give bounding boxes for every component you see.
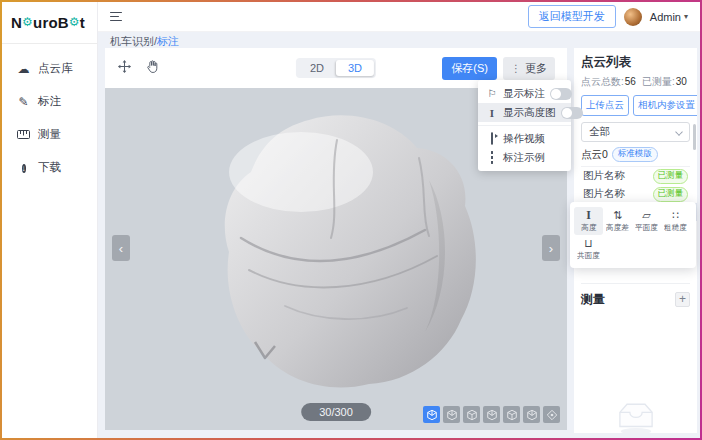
panel-scrollbar[interactable] [693,124,696,150]
tool-label: 高度差 [606,221,629,232]
total-label: 点云总数: [581,76,624,87]
video-icon [486,133,498,144]
more-button-label: 更多 [525,61,547,76]
filter-value: 全部 [589,125,610,139]
tool-roughness[interactable]: ∷ 粗糙度 [661,207,690,235]
avatar[interactable] [624,8,642,26]
view-mode-switch: 2D 3D [296,58,376,78]
menu-divider [478,125,571,126]
ruler-icon [17,129,30,141]
breadcrumb-parent[interactable]: 机车识别 [110,35,154,47]
tool-height-diff[interactable]: ⇅ 高度差 [603,207,632,235]
view-back-button[interactable] [463,406,480,423]
panel-title: 点云列表 [581,54,690,71]
tool-coplanarity[interactable]: ⊔ 共面度 [574,235,603,263]
main-area: 返回模型开发 Admin ▾ 机车识别/标注 [98,2,700,438]
image-list-item[interactable]: 图片名称 已测量 [581,185,690,203]
hand-tool-icon[interactable] [145,59,159,78]
view-top-button[interactable] [523,406,540,423]
tool-label: 平面度 [635,221,658,232]
flag-icon: ⚐ [486,88,498,99]
chevron-down-icon [675,128,683,136]
flatness-icon: ▱ [642,209,650,221]
more-button[interactable]: ⋮ 更多 [503,57,555,80]
total-value: 56 [625,76,636,87]
user-menu[interactable]: Admin ▾ [650,11,688,23]
status-badge: 已测量 [653,187,689,202]
download-icon: ↓ [17,161,30,174]
sidebar-item-annotate[interactable]: ✎ 标注 [2,85,97,118]
sidebar-nav: ☁ 点云库 ✎ 标注 测量 ↓ 下载 [2,44,97,184]
menu-item-label: 标注示例 [503,151,545,165]
sidebar-item-label: 下载 [38,160,61,175]
measure-title: 测量 [581,291,605,308]
cloud-name: 点云0 [581,148,608,162]
topbar: 返回模型开发 Admin ▾ [98,2,700,32]
pen-icon: ✎ [17,96,30,108]
show-heightmap-toggle[interactable] [561,107,583,119]
app-root: N⚙uroB⚙t ☁ 点云库 ✎ 标注 测量 ↓ [2,2,700,438]
tool-height[interactable]: I 高度 [574,207,603,235]
sidebar-item-label: 测量 [38,127,61,142]
mode-2d-button[interactable]: 2D [298,60,336,76]
next-image-button[interactable]: › [542,235,560,261]
tool-label: 粗糙度 [664,221,687,232]
save-button[interactable]: 保存(S) [442,57,497,80]
collapse-menu-icon[interactable] [110,12,122,22]
coplanarity-icon: ⊔ [584,237,593,249]
previous-image-button[interactable]: ‹ [112,235,130,261]
app-logo: N⚙uroB⚙t [2,2,97,44]
move-tool-icon[interactable] [117,59,132,78]
height-beam-icon: I [486,107,498,119]
breadcrumb: 机车识别/标注 [98,32,700,48]
menu-item-tutorial-video[interactable]: 操作视频 [478,129,571,148]
cloud-item[interactable]: 点云0 标准模版 [581,147,690,167]
logo-text-part1: N [11,14,22,31]
add-measure-button[interactable]: + [675,292,690,307]
empty-state: 暂无测量 [581,400,690,433]
measure-tool-popup: I 高度 ⇅ 高度差 ▱ 平面度 ∷ 粗糙度 ⊔ 共面度 [570,202,696,268]
image-name: 图片名称 [583,169,625,183]
breadcrumb-current: 标注 [157,35,179,47]
view-orientation-bar [423,406,560,423]
image-pager: 30/300 [301,403,371,421]
tool-label: 高度 [581,221,596,232]
show-annotation-toggle[interactable] [550,88,572,100]
image-list-item[interactable]: 图片名称 已测量 [581,167,690,185]
tooth-3d-model[interactable] [189,110,479,390]
sample-frame-icon [486,152,498,163]
chevron-down-icon: ▾ [684,12,688,21]
sidebar-item-label: 标注 [38,94,61,109]
view-left-button[interactable] [483,406,500,423]
measure-section-header: 测量 + [581,283,690,308]
camera-intrinsics-button[interactable]: 相机内参设置 [633,95,697,116]
menu-item-show-heightmap[interactable]: I 显示高度图 [478,103,571,122]
measured-value: 30 [676,76,687,87]
view-right-button[interactable] [503,406,520,423]
menu-item-label: 操作视频 [503,132,545,146]
app-window: N⚙uroB⚙t ☁ 点云库 ✎ 标注 测量 ↓ [0,0,702,440]
view-iso-button[interactable] [423,406,440,423]
view-center-button[interactable] [543,406,560,423]
sidebar-item-download[interactable]: ↓ 下载 [2,151,97,184]
logo-text-part2: uroB [33,14,69,31]
user-name: Admin [650,11,681,23]
status-badge: 已测量 [653,169,689,184]
back-to-model-dev-button[interactable]: 返回模型开发 [528,5,616,28]
tool-flatness[interactable]: ▱ 平面度 [632,207,661,235]
menu-item-show-annotation[interactable]: ⚐ 显示标注 [478,84,571,103]
height-icon: I [586,209,591,221]
mode-3d-button[interactable]: 3D [336,60,374,76]
sidebar-item-measure[interactable]: 测量 [2,118,97,151]
upload-point-cloud-button[interactable]: 上传点云 [581,95,629,116]
measured-label: 已测量: [642,76,675,87]
view-front-button[interactable] [443,406,460,423]
menu-item-annotation-sample[interactable]: 标注示例 [478,148,571,167]
more-dropdown-menu: ⚐ 显示标注 I 显示高度图 操作视频 标注示例 [478,80,571,171]
panel-stats: 点云总数:56 已测量:30 [581,75,690,89]
sidebar-item-point-cloud-library[interactable]: ☁ 点云库 [2,52,97,85]
sidebar: N⚙uroB⚙t ☁ 点云库 ✎ 标注 测量 ↓ [2,2,98,438]
image-name: 图片名称 [583,187,625,201]
menu-item-label: 显示高度图 [503,106,556,120]
filter-select[interactable]: 全部 [581,122,690,142]
